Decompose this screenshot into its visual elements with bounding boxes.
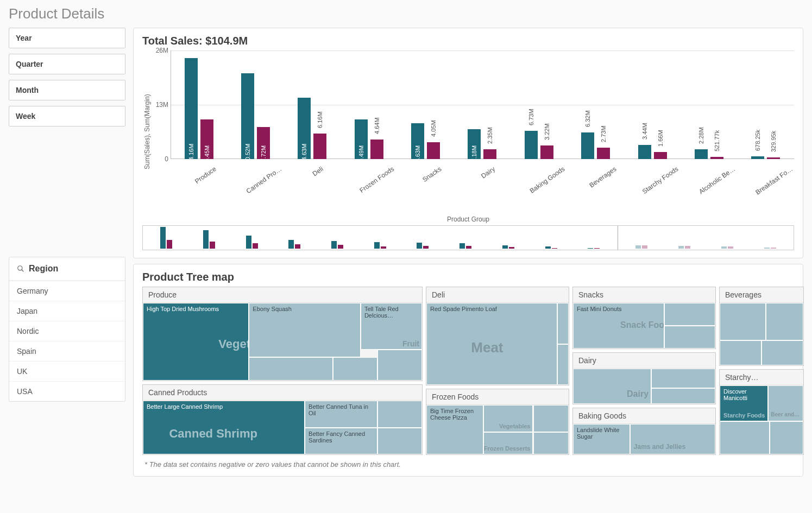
treemap-cell[interactable] — [766, 303, 803, 340]
bar-value-label: 3.22M — [544, 124, 550, 141]
treemap-cell[interactable]: Jams and Jellies — [630, 424, 715, 454]
x-tick-label: Canned Pro… — [227, 162, 284, 205]
treemap-cell[interactable] — [770, 421, 803, 454]
bar[interactable]: 14.63M — [298, 98, 311, 159]
treemap-cell[interactable]: Tell Tale Red Delcious… Fruit — [361, 303, 422, 350]
treemap-header: Frozen Foods — [426, 389, 569, 405]
treemap-cell[interactable] — [761, 340, 803, 365]
bar[interactable]: 329.95k — [767, 157, 780, 159]
x-axis-label: Product Group — [142, 216, 794, 223]
region-item-germany[interactable]: Germany — [9, 281, 125, 301]
cell-label: Ebony Squash — [253, 306, 292, 312]
region-item-nordic[interactable]: Nordic — [9, 321, 125, 341]
bar[interactable]: 7.18M — [468, 129, 481, 159]
bar[interactable]: 9.49M — [355, 119, 368, 159]
x-tick-label: Dairy — [454, 162, 511, 205]
bar[interactable]: 6.16M — [313, 134, 326, 159]
treemap-deli[interactable]: Deli Red Spade Pimento Loaf Meat — [426, 287, 569, 385]
treemap-frozen[interactable]: Frozen Foods Big Time Frozen Cheese Pizz… — [426, 389, 569, 455]
category-watermark: Frozen Desserts — [484, 445, 531, 452]
bar[interactable]: 20.52M — [241, 73, 254, 159]
region-item-japan[interactable]: Japan — [9, 301, 125, 321]
treemap-cell[interactable] — [664, 326, 715, 349]
treemap-cell[interactable] — [533, 432, 569, 454]
treemap-cell[interactable] — [720, 421, 770, 454]
treemap-cell[interactable] — [533, 405, 569, 432]
category-watermark: Starchy Foods — [723, 412, 765, 419]
filter-week-button[interactable]: Week — [9, 106, 125, 126]
bar[interactable]: 7.72M — [257, 127, 270, 159]
filter-year-button[interactable]: Year — [9, 28, 125, 48]
bar[interactable]: 521.77k — [710, 157, 723, 159]
region-item-uk[interactable]: UK — [9, 361, 125, 381]
treemap-cell[interactable]: Ebony Squash — [249, 303, 361, 357]
treemap-cell[interactable]: Better Fancy Canned Sardines — [305, 428, 377, 454]
filter-month-button[interactable]: Month — [9, 80, 125, 100]
bar[interactable]: 24.16M — [185, 58, 198, 159]
treemap-cell[interactable] — [664, 303, 715, 326]
treemap-cell[interactable] — [557, 344, 569, 385]
bar[interactable]: 2.35M — [483, 149, 496, 159]
cell-label: Big Time Frozen Cheese Pizza — [430, 408, 474, 421]
treemap-cell[interactable]: Vegetables — [483, 405, 533, 432]
treemap-cell[interactable] — [377, 401, 422, 427]
treemap-cell[interactable] — [557, 303, 569, 344]
x-tick-label: Frozen Foods — [341, 162, 397, 205]
treemap-cell[interactable] — [377, 428, 422, 454]
product-treemap[interactable]: Produce High Top Dried Mushrooms Vegetab… — [142, 287, 794, 455]
cell-label: High Top Dried Mushrooms — [147, 306, 219, 312]
bar[interactable]: 4.64M — [370, 140, 383, 159]
treemap-starchy[interactable]: Starchy… Discover Manicotti Starchy Food… — [719, 369, 804, 455]
treemap-header: Deli — [426, 287, 569, 303]
treemap-cell[interactable] — [720, 303, 766, 340]
treemap-baking[interactable]: Baking Goods Landslide White Sugar Jams … — [572, 408, 716, 455]
treemap-cell[interactable] — [249, 357, 332, 381]
bar[interactable]: 8.63M — [411, 123, 424, 159]
treemap-cell[interactable]: Frozen Desserts — [483, 432, 533, 454]
bar[interactable]: 9.45M — [200, 119, 213, 159]
treemap-cell[interactable]: Red Spade Pimento Loaf Meat — [426, 303, 557, 385]
treemap-cell[interactable] — [720, 340, 761, 365]
treemap-cell[interactable] — [651, 369, 715, 388]
bar[interactable]: 1.66M — [654, 152, 667, 159]
treemap-dairy[interactable]: Dairy Dairy — [572, 352, 716, 404]
cell-label: Landslide White Sugar — [577, 427, 619, 440]
treemap-beverages[interactable]: Beverages — [719, 287, 804, 366]
treemap-cell[interactable]: Discover Manicotti Starchy Foods — [720, 385, 768, 421]
filter-quarter-button[interactable]: Quarter — [9, 54, 125, 74]
treemap-canned[interactable]: Canned Products Better Large Canned Shri… — [142, 384, 423, 455]
cell-label: Better Canned Tuna in Oil — [309, 403, 368, 416]
region-search[interactable]: Region — [9, 257, 125, 281]
bar[interactable]: 4.05M — [427, 142, 440, 159]
treemap-cell[interactable]: Landslide White Sugar — [573, 424, 630, 454]
sales-chart-title: Total Sales: $104.9M — [142, 35, 794, 47]
cell-label: Better Large Canned Shrimp — [147, 403, 223, 410]
treemap-cell[interactable] — [333, 357, 377, 381]
category-watermark: Meat — [471, 339, 503, 356]
treemap-cell[interactable]: Better Large Canned Shrimp Canned Shrimp — [143, 401, 305, 454]
bar[interactable]: 6.32M — [581, 132, 594, 159]
region-item-usa[interactable]: USA — [9, 381, 125, 401]
treemap-cell[interactable]: Fast Mini Donuts Snack Foods — [573, 303, 664, 349]
treemap-cell[interactable]: Big Time Frozen Cheese Pizza — [426, 405, 483, 454]
bar-value-label: 329.95k — [770, 131, 777, 152]
bar[interactable]: 3.44M — [638, 145, 651, 159]
bar[interactable]: 678.25k — [751, 156, 764, 159]
sales-bar-chart[interactable]: Sum(Sales), Sum(Margin) 26M 13M 0 24.16M… — [142, 50, 794, 213]
treemap-cell[interactable]: Dairy — [573, 369, 651, 404]
treemap-cell[interactable]: Better Canned Tuna in Oil — [305, 401, 377, 427]
bar[interactable]: 2.73M — [597, 148, 610, 159]
treemap-cell[interactable]: Beer and… — [768, 385, 803, 421]
bar[interactable]: 6.73M — [525, 131, 538, 159]
treemap-cell[interactable]: High Top Dried Mushrooms Vegetables — [143, 303, 249, 381]
treemap-produce[interactable]: Produce High Top Dried Mushrooms Vegetab… — [142, 287, 423, 381]
treemap-cell[interactable] — [377, 350, 422, 381]
bar[interactable]: 3.22M — [540, 145, 553, 159]
y-tick: 0 — [165, 155, 168, 163]
svg-point-0 — [18, 266, 22, 270]
chart-scroll-preview[interactable] — [142, 225, 794, 250]
region-item-spain[interactable]: Spain — [9, 341, 125, 361]
treemap-cell[interactable] — [651, 388, 715, 404]
treemap-snacks[interactable]: Snacks Fast Mini Donuts Snack Foods — [572, 287, 716, 349]
bar[interactable]: 2.28M — [695, 149, 708, 159]
